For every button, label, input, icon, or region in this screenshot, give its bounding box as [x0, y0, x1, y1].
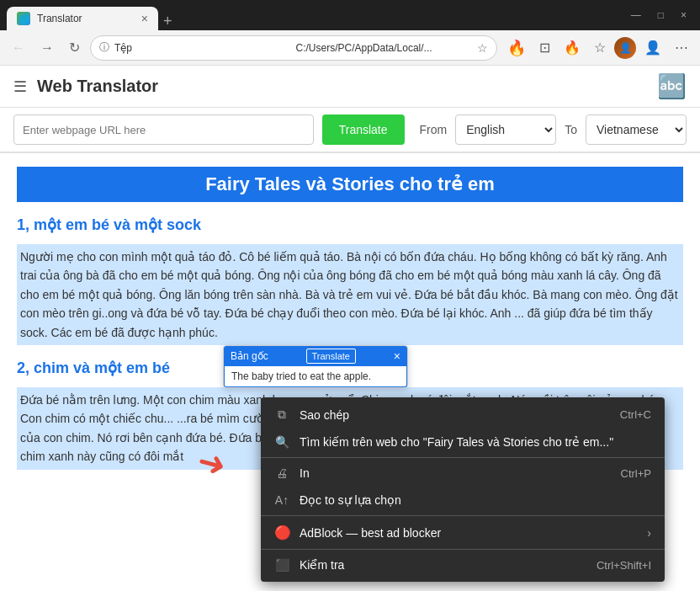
back-button[interactable]: ← — [7, 37, 30, 59]
copy-label: Sao chép — [300, 408, 610, 422]
inspect-label: Kiểm tra — [300, 558, 586, 572]
close-button[interactable]: × — [674, 6, 693, 24]
print-shortcut: Ctrl+P — [621, 467, 651, 480]
popup-original-label: Bản gốc — [231, 350, 268, 362]
address-bar[interactable]: ⓘ Tệp C:/Users/PC/AppData/Local/... ☆ — [90, 35, 497, 61]
to-label: To — [565, 123, 577, 136]
extensions-button[interactable]: 🔥 — [502, 35, 531, 61]
inspect-icon: ⬛ — [274, 558, 289, 572]
page-title: Fairy Tales và Stories cho trẻ em — [17, 167, 683, 202]
to-language-select[interactable]: Vietnamese English French — [586, 114, 687, 145]
browser-toolbar: ← → ↻ ⓘ Tệp C:/Users/PC/AppData/Local/..… — [0, 30, 700, 66]
minimize-button[interactable]: — — [624, 6, 648, 24]
fire2-button[interactable]: 🔥 — [559, 36, 586, 59]
tab-close-btn[interactable]: × — [141, 12, 148, 25]
copy-shortcut: Ctrl+C — [620, 408, 651, 421]
address-prefix: Tệp — [114, 42, 291, 54]
refresh-button[interactable]: ↻ — [64, 36, 85, 59]
browser-tabs: 🌐 Translator × + — [7, 0, 172, 30]
search-label: Tìm kiếm trên web cho "Fairy Tales và St… — [300, 435, 651, 449]
print-label: In — [300, 466, 611, 480]
inspect-shortcut: Ctrl+Shift+I — [597, 559, 651, 572]
menu-divider-2 — [261, 515, 665, 516]
context-read[interactable]: A↑ Đọc to sự lựa chọn — [261, 487, 665, 514]
fire2-icon: 🔥 — [564, 40, 581, 55]
fire-icon: 🔥 — [507, 40, 526, 56]
menu-divider-3 — [261, 549, 665, 550]
from-language-select[interactable]: English Vietnamese French — [455, 114, 556, 145]
translate-icon: 🔤 — [657, 73, 687, 99]
address-text: C:/Users/PC/AppData/Local/... — [296, 42, 473, 54]
context-copy[interactable]: ⧉ Sao chép Ctrl+C — [261, 401, 665, 429]
popup-content: The baby tried to eat the apple. — [224, 366, 407, 387]
forward-button[interactable]: → — [35, 37, 59, 59]
context-print[interactable]: 🖨 In Ctrl+P — [261, 460, 665, 487]
lock-icon: ⓘ — [99, 40, 109, 55]
tab-title: Translator — [37, 13, 135, 24]
app-header: ☰ Web Translator 🔤 — [0, 66, 700, 108]
translate-logo: 🔤 — [657, 72, 687, 100]
menu-divider-1 — [261, 457, 665, 458]
context-adblock[interactable]: 🔴 AdBlock — best ad blocker › — [261, 518, 665, 547]
popup-header: Bản gốc Translate × — [224, 346, 407, 366]
sidebar-button[interactable]: ⊡ — [534, 36, 555, 59]
window-controls: — □ × — [624, 6, 693, 24]
tab-icon: 🌐 — [17, 12, 30, 25]
star-icon[interactable]: ☆ — [477, 41, 488, 55]
adblock-arrow: › — [647, 526, 651, 540]
adblock-icon: 🔴 — [274, 524, 289, 540]
main-content[interactable]: Fairy Tales và Stories cho trẻ em 1, một… — [0, 153, 700, 591]
content-text-1: Người mẹ cho con mình một quả táo đỏ. Cô… — [17, 244, 683, 345]
search-icon: 🔍 — [274, 435, 289, 449]
browser-titlebar: 🌐 Translator × + — □ × — [0, 0, 700, 30]
translator-toolbar: Translate From English Vietnamese French… — [0, 108, 700, 153]
context-menu: ⧉ Sao chép Ctrl+C 🔍 Tìm kiếm trên web ch… — [261, 397, 665, 582]
popup-translation-badge[interactable]: Translate — [306, 349, 356, 364]
adblock-label: AdBlock — best ad blocker — [300, 526, 637, 540]
read-label: Đọc to sự lựa chọn — [300, 493, 651, 507]
active-tab[interactable]: 🌐 Translator × — [7, 7, 158, 30]
profile-button[interactable]: 👤 — [639, 36, 666, 59]
profile-avatar[interactable]: 👤 — [614, 37, 636, 59]
translate-button[interactable]: Translate — [322, 114, 405, 145]
read-icon: A↑ — [274, 493, 289, 507]
hamburger-button[interactable]: ☰ — [13, 77, 27, 96]
new-tab-button[interactable]: + — [163, 13, 172, 30]
from-label: From — [420, 123, 448, 136]
print-icon: 🖨 — [274, 466, 289, 480]
toolbar-icons: 🔥 ⊡ 🔥 ☆ 👤 👤 ⋯ — [502, 35, 693, 61]
context-search[interactable]: 🔍 Tìm kiếm trên web cho "Fairy Tales và … — [261, 429, 665, 455]
app-container: ☰ Web Translator 🔤 Translate From Englis… — [0, 66, 700, 591]
url-input[interactable] — [13, 114, 314, 145]
maximize-button[interactable]: □ — [651, 6, 671, 24]
menu-button[interactable]: ⋯ — [670, 36, 693, 59]
translation-popup: Bản gốc Translate × The baby tried to ea… — [223, 345, 408, 388]
copy-icon: ⧉ — [274, 407, 289, 422]
section1-title: 1, một em bé và một sock — [17, 216, 683, 234]
popup-close-btn[interactable]: × — [394, 349, 400, 363]
context-inspect[interactable]: ⬛ Kiểm tra Ctrl+Shift+I — [261, 551, 665, 578]
app-title: Web Translator — [37, 77, 158, 96]
favorites-button[interactable]: ☆ — [589, 36, 611, 59]
